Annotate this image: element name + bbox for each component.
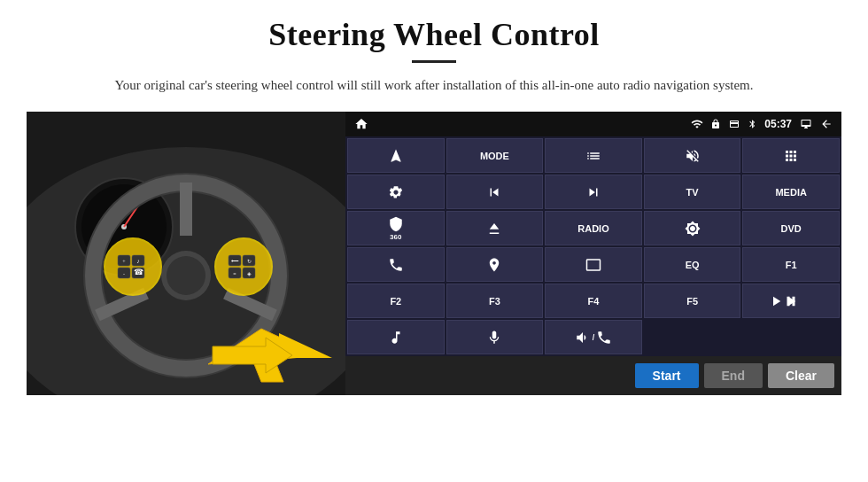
btn-f4[interactable]: F4 xyxy=(545,284,642,318)
svg-point-22 xyxy=(215,238,272,295)
steering-wheel-image: + - ♪ ☎ ⟵ ≡ ↻ ◈ xyxy=(27,112,345,395)
btn-apps[interactable] xyxy=(742,138,840,173)
btn-navi[interactable] xyxy=(446,247,544,282)
btn-f3[interactable]: F3 xyxy=(446,284,544,318)
btn-settings[interactable] xyxy=(347,175,445,209)
btn-screen2[interactable] xyxy=(545,247,642,282)
btn-empty2 xyxy=(742,320,840,354)
btn-mute[interactable] xyxy=(644,138,741,173)
subtitle: Your original car's steering wheel contr… xyxy=(114,75,753,96)
status-time: 05:37 xyxy=(764,118,792,130)
lock-icon xyxy=(710,119,721,129)
svg-text:☎: ☎ xyxy=(134,268,143,276)
btn-f1[interactable]: F1 xyxy=(742,247,840,282)
btn-navigate[interactable] xyxy=(347,138,445,173)
btn-prev[interactable] xyxy=(446,175,544,209)
status-left xyxy=(354,117,368,131)
btn-f5[interactable]: F5 xyxy=(644,284,741,318)
btn-playpause[interactable] xyxy=(742,284,840,318)
screen-icon xyxy=(799,119,813,129)
btn-media[interactable]: MEDIA xyxy=(742,175,840,209)
svg-text:-: - xyxy=(123,271,125,276)
button-grid: MODE xyxy=(345,136,841,356)
back-icon xyxy=(820,118,833,130)
btn-360cam[interactable]: 360 xyxy=(347,211,445,245)
svg-text:⟵: ⟵ xyxy=(231,259,239,264)
btn-mode[interactable]: MODE xyxy=(446,138,544,173)
main-content: + - ♪ ☎ ⟵ ≡ ↻ ◈ xyxy=(27,112,841,395)
btn-brightness[interactable] xyxy=(644,211,741,245)
start-button[interactable]: Start xyxy=(635,363,699,388)
btn-vol[interactable]: / xyxy=(545,320,642,354)
status-right: 05:37 xyxy=(691,118,833,130)
btn-mic[interactable] xyxy=(446,320,544,354)
btn-eq[interactable]: EQ xyxy=(644,247,741,282)
svg-point-12 xyxy=(167,256,205,295)
end-button[interactable]: End xyxy=(704,363,763,388)
page-container: Steering Wheel Control Your original car… xyxy=(0,0,868,482)
status-bar: 05:37 xyxy=(345,112,841,136)
svg-text:◈: ◈ xyxy=(247,271,252,276)
wifi-icon xyxy=(691,118,703,130)
btn-phone[interactable] xyxy=(347,247,445,282)
btn-dvd[interactable]: DVD xyxy=(742,211,840,245)
btn-tv[interactable]: TV xyxy=(644,175,741,209)
btn-eject[interactable] xyxy=(446,211,544,245)
home-icon xyxy=(354,117,368,131)
title-divider xyxy=(412,60,456,63)
card-icon xyxy=(728,119,740,129)
btn-empty1 xyxy=(644,320,741,354)
page-title: Steering Wheel Control xyxy=(268,16,600,53)
btn-list[interactable] xyxy=(545,138,642,173)
clear-button[interactable]: Clear xyxy=(768,363,834,388)
svg-text:♪: ♪ xyxy=(136,258,140,265)
control-panel: 05:37 MODE xyxy=(345,112,841,395)
svg-point-13 xyxy=(105,238,161,295)
action-bar: Start End Clear xyxy=(345,356,841,395)
svg-text:↻: ↻ xyxy=(247,259,252,264)
btn-music[interactable] xyxy=(347,320,445,354)
bluetooth-icon xyxy=(748,118,757,130)
btn-f2[interactable]: F2 xyxy=(347,284,445,318)
btn-next[interactable] xyxy=(545,175,642,209)
btn-radio[interactable]: RADIO xyxy=(545,211,642,245)
